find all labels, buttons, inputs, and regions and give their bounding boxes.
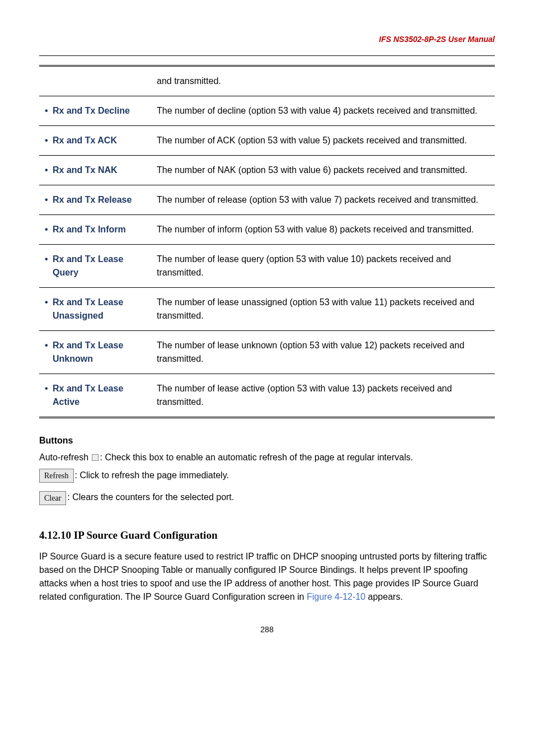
buttons-heading: Buttons	[39, 434, 495, 447]
param-label-line: Unassigned	[45, 309, 146, 323]
param-label-line: Unknown	[45, 352, 146, 366]
figure-reference: Figure 4-12-10	[307, 592, 366, 601]
refresh-desc: : Click to refresh the page immediately.	[75, 470, 229, 480]
param-desc: The number of lease query (option 53 wit…	[151, 245, 495, 288]
refresh-button-img: Refresh	[39, 469, 74, 483]
param-desc: The number of lease unassigned (option 5…	[151, 288, 495, 331]
param-label: •Rx and Tx ACK	[39, 126, 151, 156]
param-label-line: Rx and Tx Decline	[53, 106, 130, 115]
table-row: •Rx and Tx LeaseActive The number of lea…	[39, 374, 495, 418]
table-row: •Rx and Tx NAK The number of NAK (option…	[39, 156, 495, 185]
table-row: •Rx and Tx Decline The number of decline…	[39, 96, 495, 126]
param-label-line: Rx and Tx Lease	[53, 254, 123, 264]
param-label	[39, 66, 151, 96]
param-label: •Rx and Tx LeaseUnknown	[39, 331, 151, 374]
table-row: •Rx and Tx LeaseUnknown The number of le…	[39, 331, 495, 374]
page-header: IFS NS3502-8P-2S User Manual	[39, 34, 495, 45]
param-label-line: Rx and Tx Lease	[53, 297, 123, 307]
table-row: •Rx and Tx LeaseUnassigned The number of…	[39, 288, 495, 331]
param-desc: The number of release (option 53 with va…	[151, 185, 495, 215]
param-label-line: Rx and Tx Lease	[53, 384, 123, 393]
param-label-line: Active	[45, 395, 146, 409]
param-label-line: Rx and Tx Lease	[53, 340, 123, 350]
param-label-line: Rx and Tx Inform	[53, 225, 126, 234]
param-desc: The number of inform (option 53 with val…	[151, 215, 495, 245]
clear-button-img: Clear	[39, 491, 66, 505]
param-label: •Rx and Tx LeaseActive	[39, 374, 151, 418]
body-suffix: appears.	[366, 592, 403, 601]
param-desc: The number of lease active (option 53 wi…	[151, 374, 495, 418]
auto-refresh-line: Auto-refresh : Check this box to enable …	[39, 451, 495, 464]
param-desc: The number of ACK (option 53 with value …	[151, 126, 495, 156]
param-desc: The number of decline (option 53 with va…	[151, 96, 495, 126]
table-row: •Rx and Tx Release The number of release…	[39, 185, 495, 215]
table-row: •Rx and Tx Inform The number of inform (…	[39, 215, 495, 245]
refresh-line: Refresh: Click to refresh the page immed…	[39, 469, 495, 483]
checkbox-icon	[92, 454, 99, 461]
subsection-body: IP Source Guard is a secure feature used…	[39, 550, 495, 604]
param-label-line: Rx and Tx Release	[53, 195, 132, 204]
subsection-heading: 4.12.10 IP Source Guard Configuration	[39, 528, 495, 544]
param-label: •Rx and Tx LeaseQuery	[39, 245, 151, 288]
clear-line: Clear: Clears the counters for the selec…	[39, 491, 495, 505]
param-label: •Rx and Tx LeaseUnassigned	[39, 288, 151, 331]
param-label: •Rx and Tx Inform	[39, 215, 151, 245]
auto-refresh-suffix: : Check this box to enable an automatic …	[100, 452, 413, 462]
body-prefix: IP Source Guard is a secure feature used…	[39, 552, 487, 601]
parameter-table: and transmitted. •Rx and Tx Decline The …	[39, 65, 495, 418]
param-label-line: Query	[45, 266, 146, 279]
param-label-line: Rx and Tx NAK	[53, 165, 118, 175]
param-label: •Rx and Tx Release	[39, 185, 151, 215]
table-row: •Rx and Tx ACK The number of ACK (option…	[39, 126, 495, 156]
header-rule	[39, 55, 495, 56]
param-label: •Rx and Tx Decline	[39, 96, 151, 126]
param-label-line: Rx and Tx ACK	[53, 136, 117, 145]
buttons-section: Buttons Auto-refresh : Check this box to…	[39, 434, 495, 505]
page-number: 288	[39, 624, 495, 636]
clear-desc: : Clears the counters for the selected p…	[67, 492, 234, 502]
table-row: •Rx and Tx LeaseQuery The number of leas…	[39, 245, 495, 288]
param-label: •Rx and Tx NAK	[39, 156, 151, 185]
table-row: and transmitted.	[39, 66, 495, 96]
auto-refresh-prefix: Auto-refresh	[39, 452, 91, 462]
param-desc: The number of NAK (option 53 with value …	[151, 156, 495, 185]
param-desc: and transmitted.	[151, 66, 495, 96]
param-desc: The number of lease unknown (option 53 w…	[151, 331, 495, 374]
